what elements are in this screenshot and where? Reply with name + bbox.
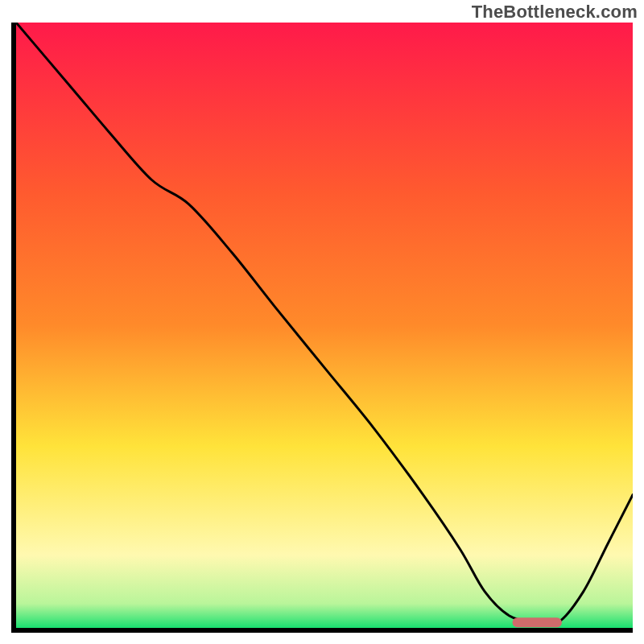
axes-frame	[11, 23, 633, 633]
watermark-text: TheBottleneck.com	[472, 2, 638, 23]
